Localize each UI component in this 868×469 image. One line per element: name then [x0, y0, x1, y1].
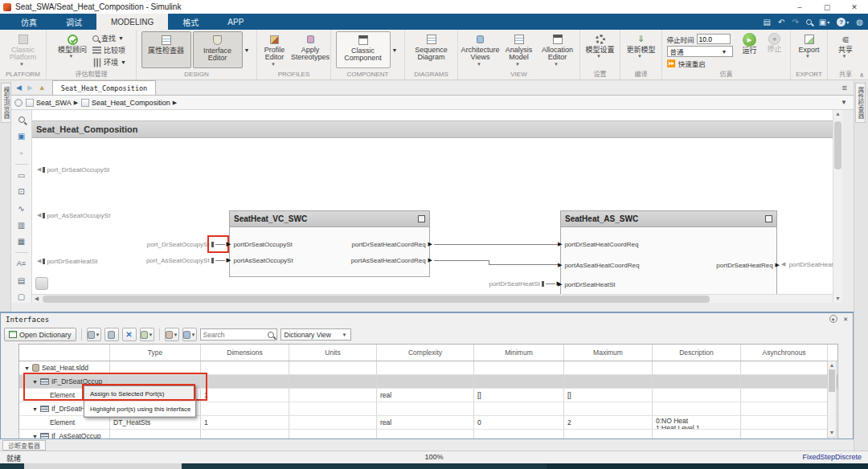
hide-panel-button[interactable]	[35, 277, 48, 290]
external-input-port[interactable]: ◀ port_DrSeatOccupySt	[37, 165, 109, 174]
open-dictionary-button[interactable]: Open Dictionary	[4, 328, 76, 341]
vertical-scroll-thumb[interactable]	[834, 121, 841, 169]
wire[interactable]	[434, 260, 489, 261]
update-model-button[interactable]: ⇓ 更新模型 ▼	[623, 31, 660, 58]
block-output-port[interactable]: portDrSeatHeatCoordReq ▶	[352, 239, 432, 249]
interface-editor-button[interactable]: Interface Editor	[193, 31, 243, 68]
sequence-diagram-button[interactable]: Sequence Diagram	[411, 31, 452, 62]
block-input-port[interactable]: ▶ portAsSeatHeatCoordReq	[563, 260, 639, 270]
close-button[interactable]: ✕	[841, 0, 868, 14]
model-browser-tab[interactable]: 模型浏览器	[1, 83, 11, 123]
export-button[interactable]: Export ▼	[792, 31, 825, 58]
add-interface-button[interactable]: ▼	[87, 328, 101, 341]
apply-stereotypes-button[interactable]: Apply Stereotypes	[292, 31, 329, 62]
block-seatheat-as-swc[interactable]: SeatHeat_AS_SWC ▶ portDrSeatHeatCoordReq…	[560, 210, 777, 300]
port-connection[interactable]: port_AsSeatOccupySt ▶	[136, 255, 231, 265]
classic-component-button[interactable]: Classic Component	[336, 31, 391, 68]
stop-button[interactable]: ■ 停止	[764, 31, 786, 53]
delete-button[interactable]: ✕	[122, 328, 137, 341]
profile-editor-button[interactable]: Profile Editor ▼	[259, 31, 290, 66]
block-seatheat-vc-swc[interactable]: SeatHeat_VC_SWC ▶ portDrSeatOccupySt ▶ p…	[229, 210, 430, 277]
chevron-down-icon[interactable]: ▼	[244, 47, 250, 53]
subsystem-icon[interactable]: ▭	[15, 169, 27, 181]
share-button[interactable]: ⋐ 共享 ▼	[829, 31, 862, 58]
tab-debug[interactable]: 调试	[51, 14, 96, 30]
collapse-ribbon-icon[interactable]: ∧	[859, 71, 864, 79]
zoom-fit-icon[interactable]	[15, 114, 27, 126]
scroll-up-icon[interactable]: ▲	[833, 110, 842, 118]
tab-format[interactable]: 格式	[168, 14, 213, 30]
area-icon[interactable]: ⊡	[15, 186, 27, 198]
horizontal-scroll-thumb[interactable]	[43, 296, 710, 303]
allocation-editor-button[interactable]: Allocation Editor ▼	[539, 31, 576, 66]
block-output-port[interactable]: portAsSeatHeatCoordReq ▶	[351, 255, 432, 265]
tab-app[interactable]: APP	[213, 14, 258, 30]
save-icon[interactable]: ▤	[764, 18, 771, 27]
scroll-up-icon[interactable]: ▲	[828, 361, 836, 369]
scroll-left-icon[interactable]: ◀	[32, 295, 41, 303]
tab-modeling[interactable]: MODELING	[96, 14, 168, 30]
table-scroll-thumb[interactable]	[829, 369, 835, 392]
add-annotation-icon[interactable]: ▣	[15, 131, 27, 143]
port-connection[interactable]: portDrSeatHeatSt ▶	[466, 279, 561, 288]
add-element-button[interactable]	[104, 328, 119, 341]
search-input[interactable]	[203, 331, 266, 339]
architecture-views-button[interactable]: Architecture Views ▼	[462, 31, 499, 66]
search-icon[interactable]	[806, 19, 812, 25]
col-asynchronous[interactable]: Asynchronous	[741, 345, 828, 361]
col-units[interactable]: Units	[289, 345, 377, 361]
property-inspector-tab[interactable]: 属性检查器	[855, 83, 866, 123]
sim-mode-select[interactable]: 普通 ▼	[667, 46, 733, 57]
breadcrumb-dropdown-icon[interactable]: ▼	[841, 99, 847, 106]
forward-icon[interactable]: ▶	[27, 84, 33, 92]
interfaces-search[interactable]	[200, 328, 277, 341]
redo-icon[interactable]: ↷	[792, 18, 798, 27]
table-row-interface[interactable]: ▼ If_AsSeatOccup	[19, 430, 837, 439]
stop-time-input[interactable]	[697, 34, 731, 44]
diagnostic-viewer-tab[interactable]: 诊断查看器	[2, 440, 46, 451]
document-tab[interactable]: Seat_Heat_Composition	[52, 80, 156, 95]
stamp-icon[interactable]: ▤	[15, 275, 27, 287]
profile-button[interactable]: ▼	[165, 328, 179, 341]
col-dimensions[interactable]: Dimensions	[201, 345, 289, 361]
undo-icon[interactable]: ↶	[778, 18, 784, 27]
expand-caret-icon[interactable]: ▼	[24, 365, 30, 371]
capture-icon[interactable]: ▣▾	[819, 18, 829, 27]
external-input-port[interactable]: ◀ port_AsSeatOccupySt	[37, 210, 110, 220]
breadcrumb-home-icon[interactable]	[14, 99, 23, 107]
col-type[interactable]: Type	[110, 345, 201, 361]
signal-icon[interactable]: ∿	[15, 202, 27, 214]
expand-caret-icon[interactable]: ▼	[32, 406, 38, 412]
analysis-model-button[interactable]: Analysis Model ▼	[501, 31, 538, 66]
import-button[interactable]: ▼	[140, 328, 154, 341]
breadcrumb-item-current[interactable]: Seat_Heat_Composition ▶	[81, 99, 177, 107]
minimize-panel-icon[interactable]: ▼	[829, 315, 837, 323]
breadcrumb-item-root[interactable]: Seat_SWA ▶	[26, 99, 78, 107]
compare-button[interactable]: 比较项	[92, 44, 129, 56]
restore-button[interactable]: ▢	[813, 0, 841, 14]
chevron-down-icon[interactable]: ▼	[392, 47, 398, 53]
horizontal-scrollbar[interactable]: ◀	[32, 294, 833, 303]
environment-button[interactable]: 环境 ▼	[92, 56, 129, 68]
external-output-port[interactable]: ◀ portDrSeatHeatReq	[780, 259, 833, 269]
wire[interactable]	[489, 264, 560, 265]
stereotype-button[interactable]: ▼	[182, 328, 197, 341]
model-advisor-button[interactable]: 模型顾问 ▼	[54, 31, 91, 58]
text-annotation-icon[interactable]: A≡	[15, 258, 27, 270]
minimize-button[interactable]: –	[786, 0, 813, 14]
menu-item-highlight-ports[interactable]: Highlight port(s) using this interface	[84, 402, 195, 417]
fast-restart-button[interactable]: ⏩ 快速重启	[667, 59, 736, 68]
col-description[interactable]: Description	[653, 345, 741, 361]
status-solver[interactable]: FixedStepDiscrete	[802, 453, 862, 461]
scroll-down-icon[interactable]: ▼	[833, 295, 842, 303]
viewmark-icon[interactable]: ▫	[15, 147, 27, 159]
block-input-port[interactable]: ▶ portDrSeatOccupySt	[232, 239, 293, 249]
up-to-parent-icon[interactable]: ▲	[39, 84, 46, 92]
scroll-down-icon[interactable]: ▼	[828, 429, 836, 437]
classic-platform-button[interactable]: Classic Platform ▼	[2, 31, 44, 66]
block-input-port[interactable]: ▶ portDrSeatHeatCoordReq	[563, 239, 638, 249]
diagram-list-icon[interactable]: ≡	[842, 83, 847, 92]
col-maximum[interactable]: Maximum	[564, 345, 653, 361]
close-panel-icon[interactable]: ✕	[844, 315, 848, 323]
block-input-port[interactable]: ▶ portDrSeatHeatSt	[563, 279, 616, 289]
